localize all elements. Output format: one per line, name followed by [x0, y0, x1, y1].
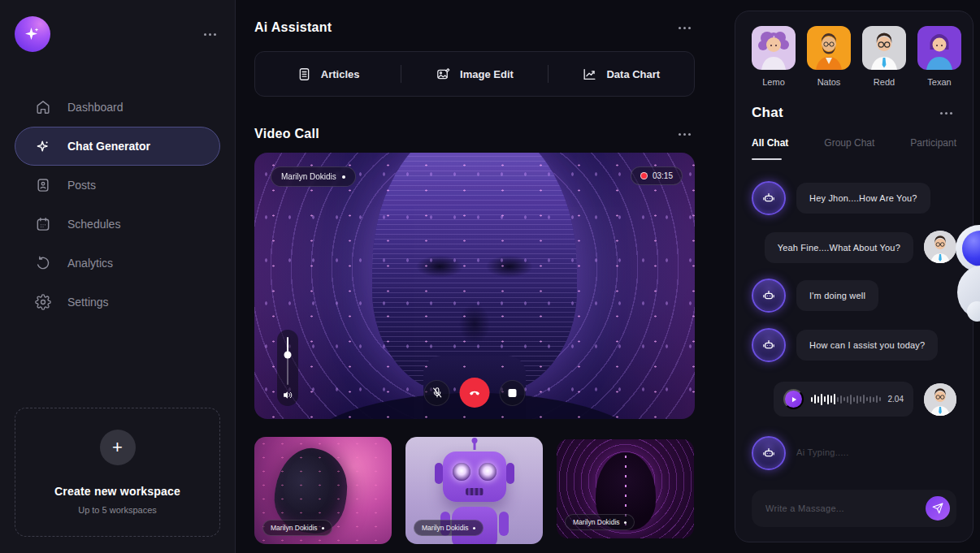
sidebar-item-schedules[interactable]: Schedules — [15, 205, 220, 244]
contact-name: Natos — [807, 77, 851, 87]
bot-avatar — [752, 328, 786, 362]
avatar — [752, 26, 796, 70]
volume-slider[interactable] — [277, 330, 298, 406]
posts-icon — [35, 177, 51, 193]
tab-label: Image Edit — [460, 68, 514, 80]
contact-name: Redd — [862, 77, 906, 87]
chat-title: Chat — [752, 105, 783, 121]
contact-redd[interactable]: Redd — [862, 26, 906, 87]
bot-avatar — [752, 181, 786, 215]
thumbnail-cyborg[interactable]: Marilyn Dokidis — [254, 437, 392, 544]
record-icon — [640, 172, 648, 179]
contact-name: Lemo — [752, 77, 796, 87]
sidebar-item-chat-generator[interactable]: Chat Generator — [15, 127, 220, 166]
online-dot — [342, 175, 345, 179]
contacts-row: Lemo — [752, 26, 956, 87]
chat-panel: Lemo — [735, 11, 973, 542]
app-logo — [15, 16, 50, 52]
add-workspace-button[interactable]: + — [100, 430, 136, 465]
chat-tab-participant[interactable]: Participant — [910, 137, 956, 149]
tab-label: Data Chart — [606, 68, 660, 80]
sidebar: Dashboard Chat Generator Posts — [0, 0, 236, 553]
chat-bubble: Hey Jhon....How Are You? — [796, 183, 930, 214]
volume-track[interactable] — [287, 337, 289, 385]
contact-name: Texan — [917, 77, 961, 87]
image-edit-icon — [436, 67, 451, 82]
sparkle-icon — [35, 138, 51, 154]
send-button[interactable] — [926, 496, 950, 521]
message-row: Hey Jhon....How Are You? — [752, 181, 956, 215]
mic-off-icon — [431, 387, 443, 399]
contact-lemo[interactable]: Lemo — [752, 26, 796, 87]
sparkle-logo-icon — [23, 24, 42, 44]
end-call-icon — [469, 387, 481, 399]
speaker-icon — [283, 390, 293, 400]
message-row: Ai Typing..... — [752, 436, 956, 470]
sidebar-more-icon[interactable] — [199, 26, 220, 42]
workspace-subtitle: Up to 5 workspaces — [27, 505, 208, 515]
thumbnail-caller-name: Marilyn Dokidis — [573, 518, 620, 526]
recording-badge: 03:15 — [631, 166, 683, 185]
video-call-more-icon[interactable] — [674, 126, 695, 142]
sidebar-item-posts[interactable]: Posts — [15, 166, 220, 205]
create-workspace-card[interactable]: + Create new workspace Up to 5 workspace… — [15, 408, 220, 537]
analytics-icon — [35, 255, 51, 271]
sidebar-item-label: Dashboard — [67, 101, 124, 114]
message-input-bar — [752, 490, 956, 527]
play-button[interactable] — [783, 389, 804, 409]
ai-assistant-more-icon[interactable] — [674, 19, 695, 36]
volume-knob[interactable] — [284, 352, 292, 359]
robot-icon — [761, 287, 777, 304]
contact-texan[interactable]: Texan — [917, 26, 961, 87]
stop-record-button[interactable] — [500, 380, 526, 406]
tab-data-chart[interactable]: Data Chart — [549, 67, 694, 82]
sidebar-item-settings[interactable]: Settings — [15, 283, 220, 322]
tab-label: Articles — [321, 68, 360, 80]
message-row: How can I assist you today? — [752, 328, 956, 362]
sidebar-item-analytics[interactable]: Analytics — [15, 244, 220, 283]
thumbnail-silhouette[interactable]: Marilyn Dokidis — [557, 439, 694, 538]
chat-bubble: Yeah Fine....What About You? — [765, 232, 913, 263]
chat-tab-all[interactable]: All Chat — [752, 137, 788, 149]
thumbnail-name-badge: Marilyn Dokidis — [565, 514, 635, 530]
ai-typing-indicator: Ai Typing..... — [796, 447, 849, 457]
main-content: Ai Assistant Articles Image Edit — [236, 0, 729, 553]
online-dot — [473, 527, 475, 529]
message-row: I'm doing well — [752, 279, 956, 313]
sidebar-item-dashboard[interactable]: Dashboard — [15, 88, 220, 127]
gear-icon — [35, 294, 51, 310]
play-icon — [790, 395, 798, 404]
bot-avatar — [752, 279, 786, 313]
message-row: Yeah Fine....What About You? — [752, 231, 956, 263]
page-title: Ai Assistant — [254, 20, 332, 35]
chat-tab-group[interactable]: Group Chat — [824, 137, 874, 149]
user-avatar — [924, 231, 956, 263]
sidebar-item-label: Analytics — [67, 257, 113, 270]
thumbnail-name-badge: Marilyn Dokidis — [262, 520, 332, 536]
sidebar-item-label: Schedules — [67, 218, 120, 231]
thumbnail-caller-name: Marilyn Dokidis — [422, 524, 469, 532]
mute-mic-button[interactable] — [424, 380, 450, 406]
contact-natos[interactable]: Natos — [807, 26, 851, 87]
message-list: Hey Jhon....How Are You? Yeah Fine....Wh… — [752, 181, 956, 490]
bot-avatar — [752, 436, 786, 470]
message-row: 2.04 — [752, 382, 956, 417]
tab-image-edit[interactable]: Image Edit — [401, 67, 547, 82]
send-icon — [932, 503, 943, 514]
video-thumbnails: Marilyn Dokidis Marilyn Dokidis — [254, 437, 695, 544]
end-call-button[interactable] — [460, 378, 490, 408]
tab-articles[interactable]: Articles — [255, 67, 401, 82]
line-chart-icon — [582, 67, 597, 82]
user-avatar — [924, 383, 956, 416]
avatar — [862, 26, 906, 70]
sidebar-item-label: Posts — [67, 179, 96, 192]
thumbnail-art — [443, 451, 506, 502]
document-icon — [297, 67, 312, 82]
chat-more-icon[interactable] — [935, 105, 956, 121]
message-input[interactable] — [765, 503, 919, 513]
chat-panel-column: Lemo — [729, 0, 980, 553]
robot-icon — [761, 337, 777, 353]
thumbnail-robot[interactable]: Marilyn Dokidis — [405, 437, 543, 544]
sidebar-nav: Dashboard Chat Generator Posts — [15, 88, 220, 322]
call-controls — [424, 378, 526, 408]
